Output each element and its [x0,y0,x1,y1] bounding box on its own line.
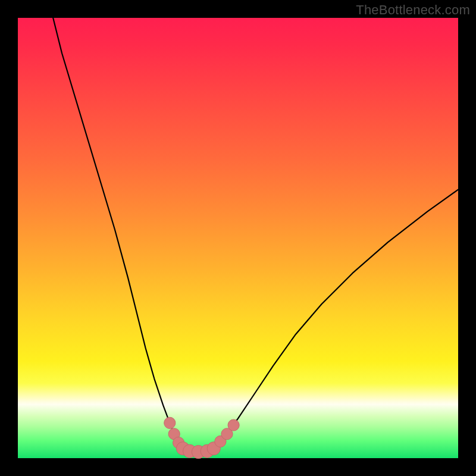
curve-layer [18,18,458,458]
marker-point [228,419,239,431]
bottleneck-curve [53,18,458,452]
chart-frame: TheBottleneck.com [0,0,476,476]
curve-markers [164,417,240,459]
watermark-text: TheBottleneck.com [356,2,470,18]
marker-point [164,417,176,428]
plot-area [18,18,458,458]
